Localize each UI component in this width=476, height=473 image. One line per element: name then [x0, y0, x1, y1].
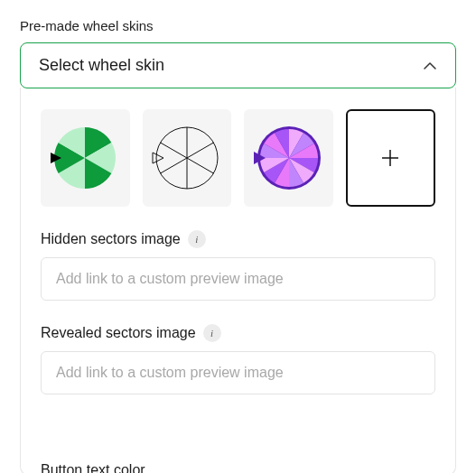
info-icon[interactable]: i — [188, 230, 206, 248]
plus-icon — [380, 148, 400, 168]
svg-marker-5 — [153, 153, 163, 163]
premade-skins-label: Pre-made wheel skins — [20, 18, 456, 33]
add-skin-button[interactable] — [346, 109, 435, 207]
skins-row — [41, 109, 435, 207]
revealed-sectors-input[interactable] — [41, 351, 435, 394]
wheel-skin-option-green[interactable] — [41, 109, 130, 207]
button-text-color-label: Button text color — [41, 462, 145, 473]
wheel-green-icon — [49, 122, 121, 194]
select-wheel-skin-text: Select wheel skin — [39, 56, 164, 75]
wheel-purple-icon — [253, 122, 325, 194]
wheel-skin-panel: Hidden sectors image i Revealed sectors … — [20, 88, 456, 473]
hidden-sectors-group: Hidden sectors image i — [41, 230, 435, 301]
wheel-skin-option-outline[interactable] — [143, 109, 232, 207]
revealed-sectors-group: Revealed sectors image i — [41, 324, 435, 394]
wheel-outline-icon — [151, 122, 223, 194]
hidden-sectors-input[interactable] — [41, 257, 435, 301]
wheel-skin-option-purple[interactable] — [244, 109, 333, 207]
chevron-up-icon — [423, 58, 437, 74]
info-icon[interactable]: i — [203, 324, 221, 342]
select-wheel-skin-dropdown[interactable]: Select wheel skin — [20, 42, 456, 88]
hidden-sectors-label: Hidden sectors image — [41, 231, 181, 247]
revealed-sectors-label: Revealed sectors image — [41, 325, 196, 341]
